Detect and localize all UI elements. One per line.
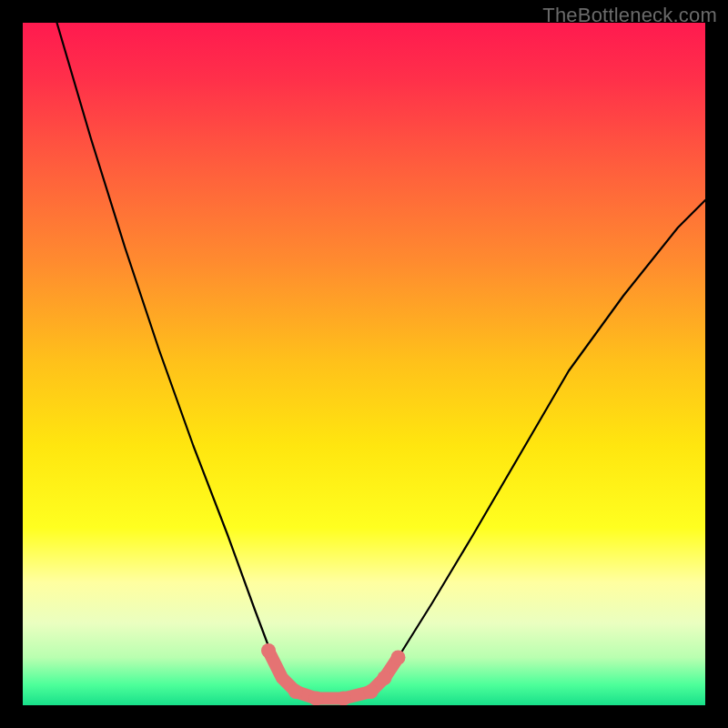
plot-area — [23, 23, 705, 705]
svg-rect-0 — [23, 23, 705, 705]
chart-stage: TheBottleneck.com — [0, 0, 728, 728]
gradient-background — [23, 23, 705, 705]
